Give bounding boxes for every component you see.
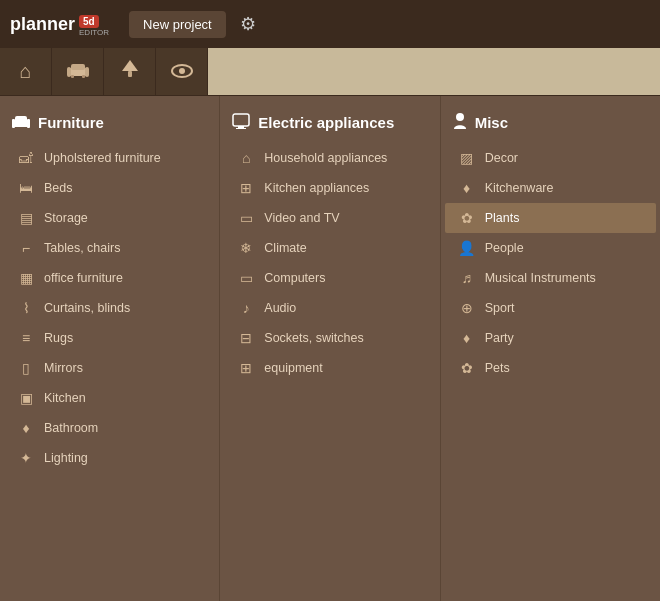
rugs-label: Rugs (44, 331, 73, 345)
climate-icon: ❄ (236, 240, 256, 256)
svg-rect-11 (12, 119, 15, 128)
logo: planner 5d EDITOR (10, 11, 109, 37)
svg-marker-6 (122, 60, 138, 71)
menu-item-beds[interactable]: 🛏Beds (4, 173, 215, 203)
climate-label: Climate (264, 241, 306, 255)
tree-icon (121, 59, 139, 84)
video-and-tv-label: Video and TV (264, 211, 339, 225)
sockets--switches-label: Sockets, switches (264, 331, 363, 345)
decor-icon: ▨ (457, 150, 477, 166)
svg-rect-5 (82, 75, 85, 78)
computers-icon: ▭ (236, 270, 256, 286)
misc-header: Misc (441, 106, 660, 143)
svg-rect-2 (85, 67, 89, 77)
lighting-label: Lighting (44, 451, 88, 465)
bathroom-label: Bathroom (44, 421, 98, 435)
menu-item-people[interactable]: 👤People (445, 233, 656, 263)
sofa-icon (67, 60, 89, 83)
mirrors-icon: ▯ (16, 360, 36, 376)
menu-item-upholstered-furniture[interactable]: 🛋Upholstered furniture (4, 143, 215, 173)
curtains--blinds-icon: ⌇ (16, 300, 36, 316)
topbar: planner 5d EDITOR New project ⚙ (0, 0, 660, 48)
menu-item-lighting[interactable]: ✦Lighting (4, 443, 215, 473)
menu-item-kitchen[interactable]: ▣Kitchen (4, 383, 215, 413)
furniture-header: Furniture (0, 106, 219, 143)
menu-item-equipment[interactable]: ⊞equipment (224, 353, 435, 383)
logo-badge: 5d (79, 15, 99, 28)
menu-item-curtains--blinds[interactable]: ⌇Curtains, blinds (4, 293, 215, 323)
lighting-icon: ✦ (16, 450, 36, 466)
office-furniture-label: office furniture (44, 271, 123, 285)
svg-rect-7 (128, 71, 132, 77)
sport-icon: ⊕ (457, 300, 477, 316)
equipment-icon: ⊞ (236, 360, 256, 376)
menu-item-decor[interactable]: ▨Decor (445, 143, 656, 173)
audio-icon: ♪ (236, 300, 256, 316)
tables--chairs-icon: ⌐ (16, 240, 36, 256)
menu-item-sockets--switches[interactable]: ⊟Sockets, switches (224, 323, 435, 353)
new-project-button[interactable]: New project (129, 11, 226, 38)
storage-icon: ▤ (16, 210, 36, 226)
beds-icon: 🛏 (16, 180, 36, 196)
misc-header-label: Misc (475, 114, 508, 131)
menu-item-plants[interactable]: ✿Plants (445, 203, 656, 233)
gear-button[interactable]: ⚙ (240, 13, 256, 35)
menu-item-musical-instruments[interactable]: ♬Musical Instruments (445, 263, 656, 293)
menu-item-kitchenware[interactable]: ♦Kitchenware (445, 173, 656, 203)
menu-item-sport[interactable]: ⊕Sport (445, 293, 656, 323)
menu-item-audio[interactable]: ♪Audio (224, 293, 435, 323)
musical-instruments-label: Musical Instruments (485, 271, 596, 285)
upholstered-furniture-label: Upholstered furniture (44, 151, 161, 165)
iconbar: ⌂ (0, 48, 660, 96)
menu-item-mirrors[interactable]: ▯Mirrors (4, 353, 215, 383)
bathroom-icon: ♦ (16, 420, 36, 436)
svg-rect-4 (71, 75, 74, 78)
rugs-icon: ≡ (16, 330, 36, 346)
household-appliances-icon: ⌂ (236, 150, 256, 166)
audio-label: Audio (264, 301, 296, 315)
menu-item-rugs[interactable]: ≡Rugs (4, 323, 215, 353)
sofa-nav-button[interactable] (52, 48, 104, 96)
kitchen-appliances-label: Kitchen appliances (264, 181, 369, 195)
iconbar-spacer (208, 48, 660, 95)
menu-item-party[interactable]: ♦Party (445, 323, 656, 353)
gear-icon: ⚙ (240, 14, 256, 34)
eye-nav-button[interactable] (156, 48, 208, 96)
electric-header-icon (232, 112, 250, 133)
menu-item-office-furniture[interactable]: ▦office furniture (4, 263, 215, 293)
furniture-header-icon (12, 112, 30, 133)
kitchen-label: Kitchen (44, 391, 86, 405)
column-furniture: Furniture🛋Upholstered furniture🛏Beds▤Sto… (0, 96, 220, 601)
menu-item-computers[interactable]: ▭Computers (224, 263, 435, 293)
menu-item-climate[interactable]: ❄Climate (224, 233, 435, 263)
home-icon: ⌂ (19, 60, 31, 83)
kitchen-icon: ▣ (16, 390, 36, 406)
eye-icon (171, 60, 193, 83)
menu-item-bathroom[interactable]: ♦Bathroom (4, 413, 215, 443)
svg-rect-13 (15, 116, 27, 122)
menu-item-tables--chairs[interactable]: ⌐Tables, chairs (4, 233, 215, 263)
menu-item-video-and-tv[interactable]: ▭Video and TV (224, 203, 435, 233)
logo-sub: EDITOR (79, 29, 109, 37)
menu-item-storage[interactable]: ▤Storage (4, 203, 215, 233)
office-furniture-icon: ▦ (16, 270, 36, 286)
home-nav-button[interactable]: ⌂ (0, 48, 52, 96)
tables--chairs-label: Tables, chairs (44, 241, 120, 255)
computers-label: Computers (264, 271, 325, 285)
kitchenware-icon: ♦ (457, 180, 477, 196)
svg-rect-16 (236, 128, 246, 129)
storage-label: Storage (44, 211, 88, 225)
mirrors-label: Mirrors (44, 361, 83, 375)
menu-item-pets[interactable]: ✿Pets (445, 353, 656, 383)
beds-label: Beds (44, 181, 73, 195)
tree-nav-button[interactable] (104, 48, 156, 96)
menu-item-household-appliances[interactable]: ⌂Household appliances (224, 143, 435, 173)
musical-instruments-icon: ♬ (457, 270, 477, 286)
menu-item-kitchen-appliances[interactable]: ⊞Kitchen appliances (224, 173, 435, 203)
electric-header-label: Electric appliances (258, 114, 394, 131)
people-label: People (485, 241, 524, 255)
kitchen-appliances-icon: ⊞ (236, 180, 256, 196)
furniture-header-label: Furniture (38, 114, 104, 131)
svg-point-9 (179, 68, 185, 74)
svg-point-17 (456, 113, 464, 121)
